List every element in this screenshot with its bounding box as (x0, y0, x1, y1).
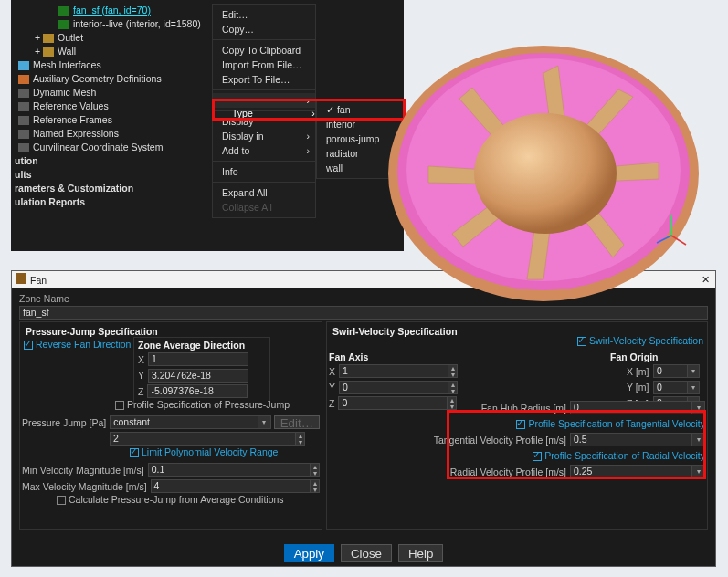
ctx-info[interactable]: Info (213, 164, 315, 179)
type-wall[interactable]: wall (317, 161, 403, 175)
apply-button[interactable]: Apply (284, 544, 334, 562)
ctx-display-in[interactable]: Display in (213, 129, 315, 143)
profile-tangential-checkbox[interactable]: Profile Specification of Tangential Velo… (516, 418, 705, 429)
zone-name-input[interactable]: fan_sf (19, 306, 708, 320)
zone-name-label: Zone Name (19, 293, 708, 304)
tree-item-fan-sf[interactable]: fan_sf (fan, id=70) (15, 4, 203, 17)
tree-item-wall[interactable]: + Wall (15, 45, 203, 58)
tree-item-params-custom[interactable]: rameters & Customization (15, 182, 203, 195)
hub-radius-input[interactable]: 0 (570, 401, 692, 414)
fan-origin-x-input[interactable]: 0 (653, 364, 688, 378)
limit-poly-checkbox[interactable]: Limit Polynomial Velocity Range (130, 446, 278, 457)
dropdown-arrow-icon[interactable]: ▾ (692, 465, 705, 478)
tree-item-mesh-interfaces[interactable]: Mesh Interfaces (15, 58, 203, 72)
fan-axis-y-input[interactable]: 0 (339, 381, 448, 394)
ctx-export-file[interactable]: Export To File… (213, 72, 315, 87)
type-interior[interactable]: interior (317, 117, 403, 131)
ctx-edit[interactable]: Edit… (213, 7, 315, 22)
y-label: Y [m] (627, 382, 649, 393)
tree-item-curv-coord[interactable]: Curvilinear Coordinate System (15, 141, 203, 154)
spinner-icon[interactable]: ▴▾ (448, 364, 458, 378)
dropdown-arrow-icon[interactable]: ▾ (258, 415, 271, 429)
dropdown-arrow-icon[interactable]: ▾ (688, 364, 700, 378)
ctx-add-to[interactable]: Add to (213, 143, 315, 158)
checkbox-label: Reverse Fan Direction (36, 339, 131, 350)
axis-triad (655, 210, 691, 248)
pressure-jump-value-input[interactable]: 2 (110, 432, 296, 446)
ctx-import-file[interactable]: Import From File… (213, 58, 315, 72)
type-porous-jump[interactable]: porous-jump (317, 131, 403, 146)
ctx-copy-clipboard[interactable]: Copy To Clipboard (213, 43, 315, 58)
swirl-velocity-spec-checkbox[interactable]: Swirl-Velocity Specification (577, 335, 703, 346)
refval-icon (18, 102, 29, 111)
tree-item-outlet[interactable]: + Outlet (15, 31, 203, 45)
svg-marker-9 (428, 166, 516, 184)
tree-item-dynamic-mesh[interactable]: Dynamic Mesh (15, 86, 203, 100)
tree-item-interior[interactable]: interior--live (interior, id=1580) (15, 17, 203, 31)
dynmesh-icon (18, 89, 29, 98)
grid-icon (58, 20, 69, 29)
spinner-icon[interactable]: ▴▾ (296, 432, 305, 446)
checkbox-label: Limit Polynomial Velocity Range (142, 446, 278, 457)
svg-point-0 (388, 46, 699, 301)
zone-avg-y-input[interactable]: 3.204762e-18 (148, 369, 248, 383)
dialog-close-button[interactable]: ✕ (699, 274, 712, 285)
tree-item-named-expr[interactable]: Named Expressions (15, 127, 203, 141)
pressure-jump-method-select[interactable]: constant (110, 415, 258, 429)
max-vel-input[interactable]: 4 (151, 479, 311, 493)
dropdown-arrow-icon[interactable]: ▾ (692, 433, 705, 446)
fan-origin-heading: Fan Origin (610, 351, 700, 362)
ctx-type-highlight[interactable]: Type (223, 106, 321, 121)
reverse-fan-direction-checkbox[interactable]: Reverse Fan Direction (24, 339, 131, 350)
tangential-profile-input[interactable]: 0.5 (570, 433, 692, 446)
fan-axis-x-input[interactable]: 1 (339, 364, 448, 378)
mesh-icon (18, 61, 29, 70)
radial-profile-label: Radial Velocity Profile [m/s] (329, 467, 566, 477)
spinner-icon[interactable]: ▴▾ (448, 381, 458, 394)
hub-radius-label: Fan Hub Radius [m] (329, 403, 566, 414)
checkbox-label: Calculate Pressure-Jump from Average Con… (69, 494, 284, 505)
zone-avg-x-input[interactable]: 1 (148, 352, 248, 366)
tree-item-results[interactable]: ults (15, 168, 203, 182)
y-label: Y (138, 370, 144, 381)
tree-item-sim-reports[interactable]: ulation Reports (15, 195, 203, 209)
min-vel-input[interactable]: 0.1 (148, 463, 311, 477)
x-label: X (329, 366, 335, 377)
boundary-icon (43, 34, 54, 43)
ctx-expand-all[interactable]: Expand All (213, 185, 315, 200)
type-radiator[interactable]: radiator (317, 146, 403, 161)
spinner-icon[interactable]: ▴▾ (311, 463, 320, 477)
tree-item-label: Mesh Interfaces (33, 59, 101, 70)
calc-pj-avg-checkbox[interactable]: Calculate Pressure-Jump from Average Con… (57, 494, 284, 505)
help-button[interactable]: Help (398, 544, 443, 562)
fan-origin-y-input[interactable]: 0 (653, 381, 688, 394)
type-fan[interactable]: fan (317, 102, 403, 117)
tree-item-solution[interactable]: ution (15, 154, 203, 168)
tree-item-ref-frames[interactable]: Reference Frames (15, 113, 203, 127)
checkbox-label: Swirl-Velocity Specification (589, 335, 703, 346)
spinner-icon[interactable]: ▴▾ (311, 479, 320, 493)
tree-item-ref-values[interactable]: Reference Values (15, 100, 203, 113)
tree-item-label: Reference Frames (33, 114, 112, 125)
dropdown-arrow-icon[interactable]: ▾ (692, 401, 705, 414)
tree-item-aux-geom[interactable]: Auxiliary Geometry Definitions (15, 72, 203, 86)
geom-icon (18, 75, 29, 84)
profile-pj-checkbox[interactable]: Profile Specification of Pressure-Jump (115, 399, 290, 410)
tree-item-label: Outlet (58, 32, 83, 43)
dialog-titlebar[interactable]: Fan ✕ (12, 271, 715, 288)
ctx-separator (213, 39, 315, 40)
radial-profile-input[interactable]: 0.25 (570, 465, 692, 478)
zone-avg-z-input[interactable]: -5.097376e-18 (147, 384, 248, 398)
ctx-separator (213, 182, 315, 183)
tree-item-label: Wall (58, 46, 76, 57)
x-label: X [m] (627, 366, 649, 377)
ctx-copy[interactable]: Copy… (213, 22, 315, 37)
checkbox-label: Profile Specification of Pressure-Jump (127, 399, 290, 410)
tree-item-label: Dynamic Mesh (33, 87, 96, 98)
dropdown-arrow-icon[interactable]: ▾ (688, 381, 700, 394)
close-button[interactable]: Close (341, 544, 392, 562)
edit-button[interactable]: Edit… (274, 415, 320, 429)
ctx-collapse-all[interactable]: Collapse All (213, 200, 315, 215)
dialog-footer: Apply Close Help (12, 544, 715, 562)
profile-radial-checkbox[interactable]: Profile Specification of Radial Velocity (533, 450, 705, 461)
